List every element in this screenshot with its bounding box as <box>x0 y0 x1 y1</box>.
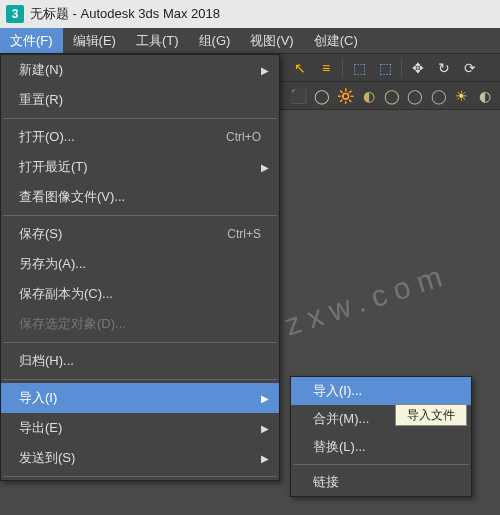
menu-item-label: 保存副本为(C)... <box>19 285 113 303</box>
menu-item-label: 另存为(A)... <box>19 255 86 273</box>
menu-item-export[interactable]: 导出(E)▶ <box>1 413 279 443</box>
submenu-arrow-icon: ▶ <box>261 393 269 404</box>
submenu-arrow-icon: ▶ <box>261 453 269 464</box>
app-icon: 3 <box>6 5 24 23</box>
menu-item-label: 打开最近(T) <box>19 158 88 176</box>
submenu-item-label: 合并(M)... <box>313 410 369 428</box>
material-icon[interactable]: ⬛ <box>290 86 307 106</box>
menu-item-new[interactable]: 新建(N)▶ <box>1 55 279 85</box>
menu-item-import[interactable]: 导入(I)▶ <box>1 383 279 413</box>
sphere4-icon[interactable]: ◯ <box>407 86 424 106</box>
title-bar: 3 无标题 - Autodesk 3ds Max 2018 <box>0 0 500 28</box>
menu-view[interactable]: 视图(V) <box>240 28 303 53</box>
toolbar-separator <box>342 59 343 77</box>
menu-item-label: 保存(S) <box>19 225 62 243</box>
menu-item-label: 导出(E) <box>19 419 62 437</box>
menu-item-label: 打开(O)... <box>19 128 75 146</box>
menu-separator <box>3 118 277 119</box>
menu-item-send-to[interactable]: 发送到(S)▶ <box>1 443 279 473</box>
menu-item-save-copy[interactable]: 保存副本为(C)... <box>1 279 279 309</box>
submenu-item-label: 导入(I)... <box>313 382 362 400</box>
menu-item-label: 保存选定对象(D)... <box>19 315 126 333</box>
sphere3-icon[interactable]: ◯ <box>383 86 400 106</box>
menu-item-view-image[interactable]: 查看图像文件(V)... <box>1 182 279 212</box>
light-icon[interactable]: 🔆 <box>337 86 354 106</box>
submenu-item-label: 链接 <box>313 473 339 491</box>
filter-icon[interactable]: ≡ <box>316 58 336 78</box>
toolbar-separator <box>401 59 402 77</box>
menu-shortcut: Ctrl+O <box>226 130 261 144</box>
submenu-item-link[interactable]: 链接 <box>291 468 471 496</box>
window-title: 无标题 - Autodesk 3ds Max 2018 <box>30 5 220 23</box>
menu-item-open-recent[interactable]: 打开最近(T)▶ <box>1 152 279 182</box>
menu-bar: 文件(F) 编辑(E) 工具(T) 组(G) 视图(V) 创建(C) <box>0 28 500 54</box>
menu-file[interactable]: 文件(F) <box>0 28 63 53</box>
menu-item-label: 导入(I) <box>19 389 57 407</box>
menu-item-reset[interactable]: 重置(R) <box>1 85 279 115</box>
select-icon[interactable]: ↖ <box>290 58 310 78</box>
menu-separator <box>3 476 277 477</box>
submenu-arrow-icon: ▶ <box>261 65 269 76</box>
sun-icon[interactable]: ☀ <box>453 86 470 106</box>
marquee2-icon[interactable]: ⬚ <box>375 58 395 78</box>
menu-item-label: 查看图像文件(V)... <box>19 188 125 206</box>
submenu-arrow-icon: ▶ <box>261 423 269 434</box>
submenu-item-label: 替换(L)... <box>313 438 366 456</box>
move-icon[interactable]: ✥ <box>408 58 428 78</box>
marquee-icon[interactable]: ⬚ <box>349 58 369 78</box>
file-dropdown: 新建(N)▶ 重置(R) 打开(O)...Ctrl+O 打开最近(T)▶ 查看图… <box>0 54 280 481</box>
menu-item-archive[interactable]: 归档(H)... <box>1 346 279 376</box>
rotate-icon[interactable]: ↻ <box>434 58 454 78</box>
menu-separator <box>3 215 277 216</box>
sphere2-icon[interactable]: ◐ <box>360 86 377 106</box>
menu-item-label: 新建(N) <box>19 61 63 79</box>
sphere-icon[interactable]: ◯ <box>313 86 330 106</box>
menu-item-label: 归档(H)... <box>19 352 74 370</box>
menu-item-label: 重置(R) <box>19 91 63 109</box>
menu-edit[interactable]: 编辑(E) <box>63 28 126 53</box>
tooltip: 导入文件 <box>395 404 467 426</box>
menu-item-save[interactable]: 保存(S)Ctrl+S <box>1 219 279 249</box>
menu-separator <box>293 464 469 465</box>
submenu-arrow-icon: ▶ <box>261 162 269 173</box>
menu-separator <box>3 342 277 343</box>
menu-group[interactable]: 组(G) <box>189 28 241 53</box>
menu-item-label: 发送到(S) <box>19 449 75 467</box>
menu-item-save-as[interactable]: 另存为(A)... <box>1 249 279 279</box>
import-submenu: 导入(I)... 合并(M)... 替换(L)... 链接 <box>290 376 472 497</box>
sphere6-icon[interactable]: ◐ <box>477 86 494 106</box>
menu-separator <box>3 379 277 380</box>
menu-tools[interactable]: 工具(T) <box>126 28 189 53</box>
menu-create[interactable]: 创建(C) <box>304 28 368 53</box>
sphere5-icon[interactable]: ◯ <box>430 86 447 106</box>
submenu-item-import[interactable]: 导入(I)... <box>291 377 471 405</box>
menu-shortcut: Ctrl+S <box>227 227 261 241</box>
submenu-item-replace[interactable]: 替换(L)... <box>291 433 471 461</box>
scale-icon[interactable]: ⟳ <box>460 58 480 78</box>
menu-item-open[interactable]: 打开(O)...Ctrl+O <box>1 122 279 152</box>
menu-item-save-selected: 保存选定对象(D)... <box>1 309 279 339</box>
